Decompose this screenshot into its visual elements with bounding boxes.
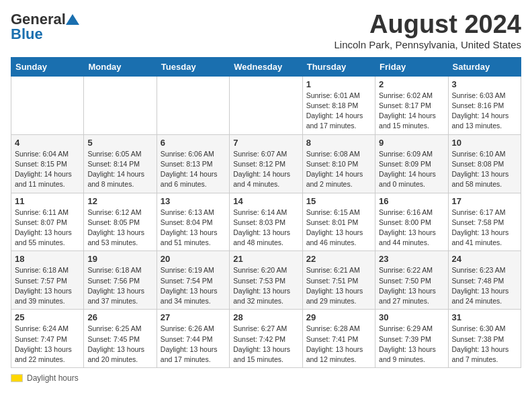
day-number: 10 [452, 138, 517, 148]
day-info: Sunrise: 6:01 AM Sunset: 8:18 PM Dayligh… [306, 91, 371, 132]
day-info: Sunrise: 6:02 AM Sunset: 8:17 PM Dayligh… [379, 91, 444, 132]
day-info: Sunrise: 6:10 AM Sunset: 8:08 PM Dayligh… [452, 149, 517, 190]
calendar-cell [11, 76, 84, 134]
day-info: Sunrise: 6:04 AM Sunset: 8:15 PM Dayligh… [15, 149, 80, 190]
day-info: Sunrise: 6:12 AM Sunset: 8:05 PM Dayligh… [87, 208, 152, 248]
header: General Blue August 2024 Lincoln Park, P… [11, 11, 521, 50]
logo-text-blue: Blue [11, 26, 43, 43]
calendar-cell: 25Sunrise: 6:24 AM Sunset: 7:47 PM Dayli… [11, 310, 84, 368]
weekday-header-sunday: Sunday [11, 57, 84, 76]
day-number: 19 [87, 254, 152, 264]
calendar-cell: 1Sunrise: 6:01 AM Sunset: 8:18 PM Daylig… [302, 76, 375, 134]
weekday-header-monday: Monday [84, 57, 157, 76]
day-info: Sunrise: 6:27 AM Sunset: 7:42 PM Dayligh… [233, 324, 298, 365]
calendar-week-row: 4Sunrise: 6:04 AM Sunset: 8:15 PM Daylig… [11, 134, 521, 193]
legend-label: Daylight hours [27, 373, 79, 383]
day-number: 23 [379, 254, 444, 264]
calendar-week-row: 25Sunrise: 6:24 AM Sunset: 7:47 PM Dayli… [11, 310, 521, 368]
day-info: Sunrise: 6:13 AM Sunset: 8:04 PM Dayligh… [161, 208, 226, 248]
calendar-cell: 10Sunrise: 6:10 AM Sunset: 8:08 PM Dayli… [448, 134, 521, 193]
calendar-cell: 6Sunrise: 6:06 AM Sunset: 8:13 PM Daylig… [157, 134, 229, 193]
calendar-cell: 8Sunrise: 6:08 AM Sunset: 8:10 PM Daylig… [302, 134, 375, 193]
day-number: 11 [15, 196, 80, 206]
day-info: Sunrise: 6:29 AM Sunset: 7:39 PM Dayligh… [379, 324, 444, 365]
day-number: 25 [15, 312, 80, 322]
calendar-cell: 22Sunrise: 6:21 AM Sunset: 7:51 PM Dayli… [302, 251, 375, 310]
logo-icon [66, 14, 79, 25]
day-number: 16 [379, 196, 444, 206]
day-number: 3 [452, 79, 517, 89]
calendar-cell: 24Sunrise: 6:23 AM Sunset: 7:48 PM Dayli… [448, 251, 521, 310]
calendar-cell [157, 76, 229, 134]
calendar-week-row: 18Sunrise: 6:18 AM Sunset: 7:57 PM Dayli… [11, 251, 521, 310]
day-number: 22 [306, 254, 371, 264]
svg-marker-0 [66, 14, 79, 25]
day-info: Sunrise: 6:03 AM Sunset: 8:16 PM Dayligh… [452, 91, 517, 132]
calendar-week-row: 1Sunrise: 6:01 AM Sunset: 8:18 PM Daylig… [11, 76, 521, 134]
calendar-cell: 14Sunrise: 6:14 AM Sunset: 8:03 PM Dayli… [230, 193, 302, 251]
day-info: Sunrise: 6:19 AM Sunset: 7:54 PM Dayligh… [161, 265, 226, 306]
calendar-cell: 17Sunrise: 6:17 AM Sunset: 7:58 PM Dayli… [448, 193, 521, 251]
calendar-cell: 20Sunrise: 6:19 AM Sunset: 7:54 PM Dayli… [157, 251, 229, 310]
weekday-header-thursday: Thursday [302, 57, 375, 76]
day-info: Sunrise: 6:26 AM Sunset: 7:44 PM Dayligh… [161, 324, 226, 365]
day-info: Sunrise: 6:06 AM Sunset: 8:13 PM Dayligh… [161, 149, 226, 190]
calendar-cell: 4Sunrise: 6:04 AM Sunset: 8:15 PM Daylig… [11, 134, 84, 193]
calendar-cell: 16Sunrise: 6:16 AM Sunset: 8:00 PM Dayli… [375, 193, 448, 251]
day-number: 29 [306, 312, 371, 322]
calendar-cell: 12Sunrise: 6:12 AM Sunset: 8:05 PM Dayli… [84, 193, 157, 251]
calendar-table: SundayMondayTuesdayWednesdayThursdayFrid… [11, 57, 521, 368]
day-number: 6 [161, 138, 226, 148]
calendar-cell: 31Sunrise: 6:30 AM Sunset: 7:38 PM Dayli… [448, 310, 521, 368]
day-info: Sunrise: 6:15 AM Sunset: 8:01 PM Dayligh… [306, 208, 371, 248]
day-info: Sunrise: 6:22 AM Sunset: 7:50 PM Dayligh… [379, 265, 444, 306]
day-number: 1 [306, 79, 371, 89]
calendar-cell: 9Sunrise: 6:09 AM Sunset: 8:09 PM Daylig… [375, 134, 448, 193]
calendar-cell: 3Sunrise: 6:03 AM Sunset: 8:16 PM Daylig… [448, 76, 521, 134]
day-info: Sunrise: 6:30 AM Sunset: 7:38 PM Dayligh… [452, 324, 517, 365]
calendar-week-row: 11Sunrise: 6:11 AM Sunset: 8:07 PM Dayli… [11, 193, 521, 251]
day-number: 9 [379, 138, 444, 148]
day-info: Sunrise: 6:14 AM Sunset: 8:03 PM Dayligh… [233, 208, 298, 248]
day-number: 18 [15, 254, 80, 264]
day-number: 8 [306, 138, 371, 148]
calendar-cell [230, 76, 302, 134]
day-number: 12 [87, 196, 152, 206]
footer-legend: Daylight hours [11, 373, 521, 383]
calendar-cell: 30Sunrise: 6:29 AM Sunset: 7:39 PM Dayli… [375, 310, 448, 368]
day-number: 27 [161, 312, 226, 322]
day-info: Sunrise: 6:11 AM Sunset: 8:07 PM Dayligh… [15, 208, 80, 248]
calendar-cell: 21Sunrise: 6:20 AM Sunset: 7:53 PM Dayli… [230, 251, 302, 310]
calendar-cell: 7Sunrise: 6:07 AM Sunset: 8:12 PM Daylig… [230, 134, 302, 193]
calendar-cell: 15Sunrise: 6:15 AM Sunset: 8:01 PM Dayli… [302, 193, 375, 251]
calendar-cell [84, 76, 157, 134]
day-number: 24 [452, 254, 517, 264]
day-number: 5 [87, 138, 152, 148]
day-info: Sunrise: 6:08 AM Sunset: 8:10 PM Dayligh… [306, 149, 371, 190]
day-number: 4 [15, 138, 80, 148]
calendar-cell: 18Sunrise: 6:18 AM Sunset: 7:57 PM Dayli… [11, 251, 84, 310]
day-info: Sunrise: 6:17 AM Sunset: 7:58 PM Dayligh… [452, 208, 517, 248]
day-number: 7 [233, 138, 298, 148]
calendar-cell: 26Sunrise: 6:25 AM Sunset: 7:45 PM Dayli… [84, 310, 157, 368]
location-title: Lincoln Park, Pennsylvania, United State… [335, 39, 522, 50]
calendar-cell: 2Sunrise: 6:02 AM Sunset: 8:17 PM Daylig… [375, 76, 448, 134]
day-number: 13 [161, 196, 226, 206]
calendar-cell: 23Sunrise: 6:22 AM Sunset: 7:50 PM Dayli… [375, 251, 448, 310]
day-info: Sunrise: 6:21 AM Sunset: 7:51 PM Dayligh… [306, 265, 371, 306]
day-info: Sunrise: 6:05 AM Sunset: 8:14 PM Dayligh… [87, 149, 152, 190]
day-number: 31 [452, 312, 517, 322]
day-number: 2 [379, 79, 444, 89]
day-info: Sunrise: 6:24 AM Sunset: 7:47 PM Dayligh… [15, 324, 80, 365]
calendar-cell: 13Sunrise: 6:13 AM Sunset: 8:04 PM Dayli… [157, 193, 229, 251]
calendar-cell: 27Sunrise: 6:26 AM Sunset: 7:44 PM Dayli… [157, 310, 229, 368]
calendar-cell: 5Sunrise: 6:05 AM Sunset: 8:14 PM Daylig… [84, 134, 157, 193]
title-area: August 2024 Lincoln Park, Pennsylvania, … [335, 11, 522, 50]
calendar-cell: 29Sunrise: 6:28 AM Sunset: 7:41 PM Dayli… [302, 310, 375, 368]
weekday-header-friday: Friday [375, 57, 448, 76]
weekday-header-tuesday: Tuesday [157, 57, 229, 76]
day-info: Sunrise: 6:16 AM Sunset: 8:00 PM Dayligh… [379, 208, 444, 248]
calendar-cell: 11Sunrise: 6:11 AM Sunset: 8:07 PM Dayli… [11, 193, 84, 251]
day-info: Sunrise: 6:23 AM Sunset: 7:48 PM Dayligh… [452, 265, 517, 306]
day-info: Sunrise: 6:09 AM Sunset: 8:09 PM Dayligh… [379, 149, 444, 190]
